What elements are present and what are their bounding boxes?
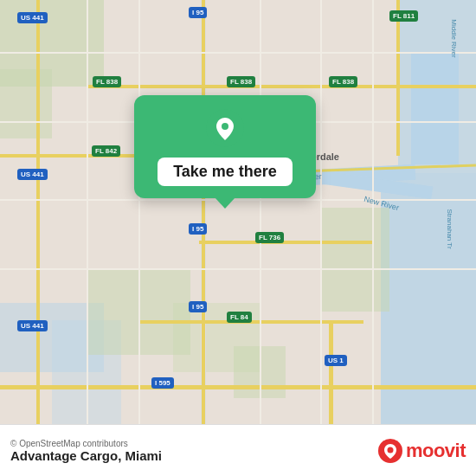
location-popup[interactable]: Take me there bbox=[134, 95, 316, 198]
i95-shield-mid: I 95 bbox=[189, 223, 207, 235]
moovit-brand-icon bbox=[378, 439, 402, 463]
i95-shield-top: I 95 bbox=[189, 7, 207, 18]
us441-shield-low: US 441 bbox=[17, 320, 48, 331]
i595-shield: I 595 bbox=[151, 377, 174, 389]
fl736-shield: FL 736 bbox=[255, 232, 284, 243]
stranahan-label: Stranahan Tr bbox=[445, 209, 453, 248]
fl838-shield-mid: FL 838 bbox=[227, 76, 255, 87]
location-pin-icon bbox=[206, 109, 244, 147]
take-me-there-button[interactable]: Take me there bbox=[158, 158, 293, 186]
middle-river-label: Middle River bbox=[449, 19, 457, 57]
svg-point-3 bbox=[387, 447, 393, 453]
us441-shield-top: US 441 bbox=[17, 12, 48, 23]
us441-shield-mid: US 441 bbox=[17, 169, 48, 180]
fl838-shield-left: FL 838 bbox=[93, 76, 121, 87]
i95-shield-low: I 95 bbox=[189, 301, 207, 312]
moovit-logo: moovit bbox=[378, 439, 466, 463]
bottom-bar: © OpenStreetMap contributors Advantage C… bbox=[0, 424, 476, 476]
fl84-shield: FL 84 bbox=[227, 312, 252, 323]
place-name: Advantage Cargo, Miami bbox=[10, 448, 162, 463]
moovit-text: moovit bbox=[406, 440, 466, 462]
fl811-shield: FL 811 bbox=[389, 10, 418, 22]
osm-attribution: © OpenStreetMap contributors bbox=[10, 439, 162, 448]
fl838-shield-right: FL 838 bbox=[329, 76, 357, 87]
us1-shield: US 1 bbox=[325, 355, 347, 366]
svg-point-1 bbox=[222, 123, 228, 130]
place-info: © OpenStreetMap contributors Advantage C… bbox=[10, 439, 162, 463]
map-view: I 95 I 95 I 95 FL 838 FL 838 FL 838 US 4… bbox=[0, 0, 476, 424]
fl842-shield: FL 842 bbox=[92, 145, 120, 157]
